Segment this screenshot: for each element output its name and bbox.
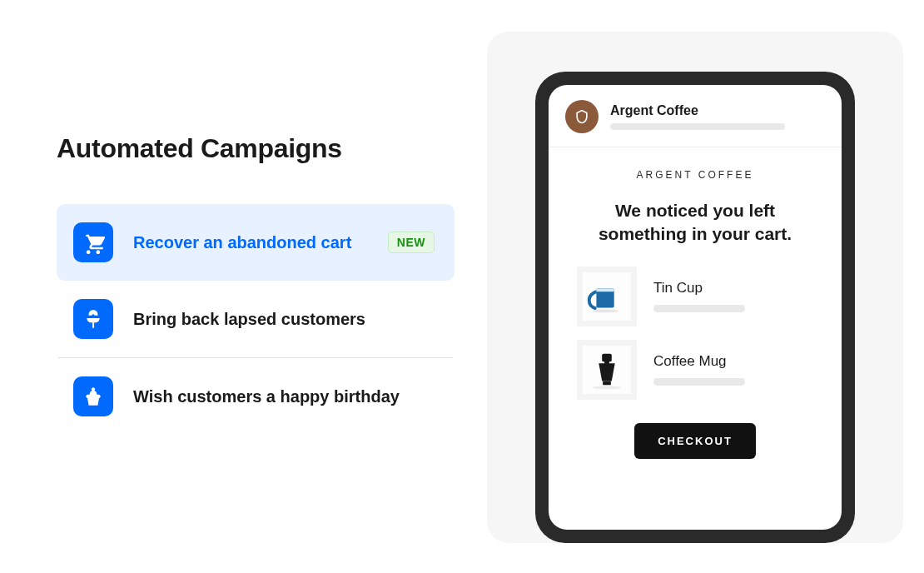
campaign-label: Wish customers a happy birthday	[133, 387, 400, 406]
checkout-button[interactable]: CHECKOUT	[634, 423, 756, 459]
svg-point-3	[593, 309, 618, 312]
cupcake-icon	[73, 376, 113, 416]
brand-caption: ARGENT COFFEE	[572, 169, 818, 181]
skeleton-line	[610, 123, 785, 130]
preview-panel: Argent Coffee ARGENT COFFEE We noticed y…	[487, 32, 903, 543]
campaign-birthday[interactable]: Wish customers a happy birthday	[57, 358, 455, 435]
product-name: Coffee Mug	[653, 353, 813, 370]
svg-rect-2	[596, 288, 614, 291]
phone-frame: Argent Coffee ARGENT COFFEE We noticed y…	[535, 72, 855, 543]
product-thumbnail	[577, 340, 637, 400]
email-header: Argent Coffee	[549, 85, 842, 147]
product-thumbnail	[577, 267, 637, 326]
product-list: Tin Cup	[572, 267, 818, 400]
skeleton-line	[653, 378, 745, 386]
cart-icon	[73, 222, 113, 262]
section-heading: Automated Campaigns	[57, 133, 456, 164]
svg-point-8	[593, 386, 622, 389]
campaign-label: Bring back lapsed customers	[133, 310, 365, 329]
email-body: ARGENT COFFEE We noticed you left someth…	[549, 147, 842, 479]
campaign-recover-cart[interactable]: Recover an abandoned cart NEW	[57, 204, 455, 281]
svg-rect-7	[603, 381, 611, 385]
product-item: Tin Cup	[572, 267, 818, 326]
product-name: Tin Cup	[653, 280, 813, 296]
campaign-lapsed-customers[interactable]: Bring back lapsed customers	[57, 281, 455, 357]
skeleton-line	[653, 305, 745, 312]
email-headline: We noticed you left something in your ca…	[572, 199, 818, 247]
campaign-label: Recover an abandoned cart	[133, 233, 351, 252]
svg-rect-6	[604, 360, 609, 366]
product-item: Coffee Mug	[572, 340, 818, 400]
new-badge: NEW	[388, 232, 435, 253]
phone-screen: Argent Coffee ARGENT COFFEE We noticed y…	[549, 85, 842, 530]
brand-avatar-icon	[565, 100, 599, 133]
campaign-list: Recover an abandoned cart NEW Bring back…	[57, 204, 455, 435]
brand-name: Argent Coffee	[610, 103, 825, 118]
plant-icon	[73, 299, 113, 339]
